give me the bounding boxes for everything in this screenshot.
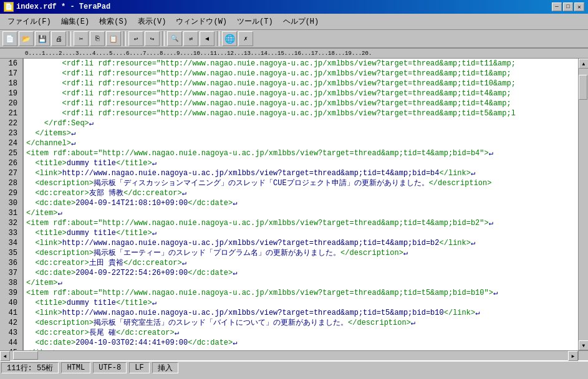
scroll-thumb-v[interactable] xyxy=(579,75,587,100)
line-number: 26 xyxy=(0,158,20,168)
status-lineend: LF xyxy=(129,362,149,373)
code-line: <item rdf:about="http://www.nagao.nuie.n… xyxy=(24,218,578,228)
line-number: 32 xyxy=(0,218,20,228)
ruler: 0....1....2....3....4....5....6....7....… xyxy=(0,49,588,59)
code-line: <rdf:li rdf:resource="http://www.nagao.n… xyxy=(24,79,578,89)
menu-view[interactable]: 表示(V) xyxy=(133,15,171,28)
line-number: 23 xyxy=(0,128,20,138)
vertical-scrollbar[interactable]: ▲ ▼ xyxy=(578,59,588,350)
horizontal-scrollbar[interactable]: ◄ ► xyxy=(0,350,578,360)
undo-button[interactable]: ↩ xyxy=(128,31,143,46)
bottom-row: ◄ ► xyxy=(0,350,588,360)
code-line: <dc:date>2004-09-22T22:54:26+09:00</dc:d… xyxy=(24,268,578,278)
line-number: 36 xyxy=(0,258,20,268)
line-number: 18 xyxy=(0,79,20,89)
code-line: <rdf:li rdf:resource="http://www.nagao.n… xyxy=(24,59,578,69)
code-line: <item rdf:about="http://www.nagao.nuie.n… xyxy=(24,288,578,298)
app-icon: 📄 xyxy=(4,2,14,12)
menu-help[interactable]: ヘルプ(H) xyxy=(278,15,324,28)
status-bar: 111行: 55桁 HTML UTF-8 LF 挿入 xyxy=(0,360,588,374)
scroll-right-button[interactable]: ► xyxy=(568,351,578,361)
line-number: 19 xyxy=(0,89,20,98)
scroll-track-v[interactable] xyxy=(579,69,588,340)
code-line: <rdf:li rdf:resource="http://www.nagao.n… xyxy=(24,69,578,79)
line-number: 20 xyxy=(0,98,20,108)
close-button[interactable]: ✕ xyxy=(574,2,584,11)
line-number: 38 xyxy=(0,278,20,288)
status-mode: 挿入 xyxy=(152,362,178,373)
code-line: <link>http://www.nagao.nuie.nagoya-u.ac.… xyxy=(24,238,578,248)
findprev-button[interactable]: ◀ xyxy=(200,31,214,46)
code-line: <title>dummy title</title>↵ xyxy=(24,228,578,238)
code-line: <dc:date>2004-10-03T02:44:41+09:00</dc:d… xyxy=(24,338,578,348)
paste-button[interactable]: 📋 xyxy=(106,31,121,46)
code-line: <dc:creator>長尾 確</dc:creator>↵ xyxy=(24,328,578,338)
browser-button[interactable]: 🌐 xyxy=(222,31,237,46)
window-title: index.rdf * - TeraPad xyxy=(16,2,110,11)
title-bar: 📄 index.rdf * - TeraPad ─ □ ✕ xyxy=(0,0,588,14)
menu-file[interactable]: ファイル(F) xyxy=(2,15,56,28)
print-button[interactable]: 🖨 xyxy=(51,31,66,46)
code-line: <link>http://www.nagao.nuie.nagoya-u.ac.… xyxy=(24,308,578,318)
line-number: 29 xyxy=(0,188,20,198)
window-controls: ─ □ ✕ xyxy=(552,2,584,11)
line-number: 33 xyxy=(0,228,20,238)
extra-button[interactable]: ✗ xyxy=(238,31,253,46)
code-line: </rdf:Seq>↵ xyxy=(24,118,578,128)
menu-edit[interactable]: 編集(E) xyxy=(56,15,95,28)
line-number: 21 xyxy=(0,108,20,118)
save-button[interactable]: 💾 xyxy=(35,31,50,46)
cut-button[interactable]: ✂ xyxy=(74,31,89,46)
scroll-down-button[interactable]: ▼ xyxy=(579,340,588,350)
copy-button[interactable]: ⎘ xyxy=(90,31,105,46)
line-number: 17 xyxy=(0,69,20,79)
scroll-track-h[interactable] xyxy=(10,351,568,360)
menu-bar: ファイル(F) 編集(E) 検索(S) 表示(V) ウィンドウ(W) ツール(T… xyxy=(0,14,588,30)
line-number: 37 xyxy=(0,268,20,278)
find-button[interactable]: 🔍 xyxy=(167,31,182,46)
line-number: 35 xyxy=(0,248,20,258)
replace-button[interactable]: ⇌ xyxy=(183,31,198,46)
line-number: 30 xyxy=(0,198,20,208)
code-line: <description>掲示板「エーティー」のスレッド「プログラム名」の更新が… xyxy=(24,248,578,258)
menu-window[interactable]: ウィンドウ(W) xyxy=(171,15,232,28)
line-number: 27 xyxy=(0,168,20,178)
line-number: 41 xyxy=(0,308,20,318)
line-number: 24 xyxy=(0,138,20,148)
line-number: 43 xyxy=(0,328,20,338)
open-button[interactable]: 📂 xyxy=(19,31,34,46)
code-line: <dc:creator>友部 博教</dc:creator>↵ xyxy=(24,188,578,198)
code-line: <item rdf:about="http://www.nagao.nuie.n… xyxy=(24,148,578,158)
line-number: 16 xyxy=(0,59,20,69)
scroll-left-button[interactable]: ◄ xyxy=(0,351,10,361)
scroll-thumb-h[interactable] xyxy=(13,351,38,360)
code-line: <description>掲示板「ディスカッションマイニング」のスレッド「CUE… xyxy=(24,178,578,188)
code-line: </item>↵ xyxy=(24,278,578,288)
scroll-up-button[interactable]: ▲ xyxy=(579,59,588,69)
line-number: 34 xyxy=(0,238,20,248)
code-line: <rdf:li rdf:resource="http://www.nagao.n… xyxy=(24,89,578,98)
code-line: <dc:creator>土田 貴裕</dc:creator>↵ xyxy=(24,258,578,268)
menu-tools[interactable]: ツール(T) xyxy=(232,15,278,28)
code-line: <dc:date>2004-09-14T21:08:10+09:00</dc:d… xyxy=(24,198,578,208)
menu-search[interactable]: 検索(S) xyxy=(94,15,133,28)
code-line: <rdf:li rdf:resource="http://www.nagao.n… xyxy=(24,98,578,108)
line-number: 39 xyxy=(0,288,20,298)
line-number: 22 xyxy=(0,118,20,128)
toolbar-separator-4 xyxy=(217,31,219,46)
code-line: <rdf:li rdf:resource="http://www.nagao.n… xyxy=(24,108,578,118)
code-line: <description>掲示板「研究室生活」のスレッド「バイトについて」の更新… xyxy=(24,318,578,328)
redo-button[interactable]: ↪ xyxy=(145,31,160,46)
status-position: 111行: 55桁 xyxy=(1,362,59,373)
minimize-button[interactable]: ─ xyxy=(552,2,562,11)
code-editor[interactable]: <rdf:li rdf:resource="http://www.nagao.n… xyxy=(24,59,578,350)
toolbar: 📄 📂 💾 🖨 ✂ ⎘ 📋 ↩ ↪ 🔍 ⇌ ◀ 🌐 ✗ xyxy=(0,30,588,49)
line-number: 25 xyxy=(0,148,20,158)
code-line: </channel>↵ xyxy=(24,138,578,148)
code-line: <link>http://www.nagao.nuie.nagoya-u.ac.… xyxy=(24,168,578,178)
maximize-button[interactable]: □ xyxy=(563,2,573,11)
new-button[interactable]: 📄 xyxy=(2,31,17,46)
line-number: 42 xyxy=(0,318,20,328)
line-number: 31 xyxy=(0,208,20,218)
line-numbers: 1617181920212223242526272829303132333435… xyxy=(0,59,24,350)
